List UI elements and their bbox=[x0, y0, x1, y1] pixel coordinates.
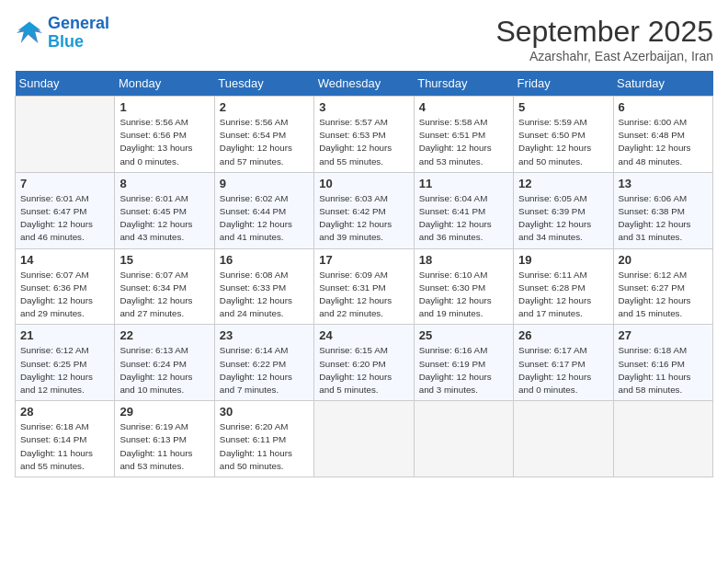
day-info: Sunrise: 6:12 AMSunset: 6:25 PMDaylight:… bbox=[20, 344, 109, 396]
day-number: 11 bbox=[419, 177, 508, 190]
day-cell: 27Sunrise: 6:18 AMSunset: 6:16 PMDayligh… bbox=[613, 325, 712, 401]
day-cell: 11Sunrise: 6:04 AMSunset: 6:41 PMDayligh… bbox=[414, 172, 513, 248]
week-row-5: 28Sunrise: 6:18 AMSunset: 6:14 PMDayligh… bbox=[16, 401, 713, 477]
day-info: Sunrise: 6:09 AMSunset: 6:31 PMDaylight:… bbox=[319, 269, 408, 321]
day-cell bbox=[613, 401, 712, 477]
title-block: September 2025 Azarshahr, East Azerbaija… bbox=[495, 15, 713, 63]
day-info: Sunrise: 5:57 AMSunset: 6:53 PMDaylight:… bbox=[319, 116, 408, 168]
day-cell: 25Sunrise: 6:16 AMSunset: 6:19 PMDayligh… bbox=[414, 325, 513, 401]
day-number: 26 bbox=[518, 328, 608, 342]
day-cell: 13Sunrise: 6:06 AMSunset: 6:38 PMDayligh… bbox=[613, 172, 712, 248]
col-header-tuesday: Tuesday bbox=[214, 71, 313, 97]
month-title: September 2025 bbox=[495, 15, 713, 49]
subtitle: Azarshahr, East Azerbaijan, Iran bbox=[495, 49, 713, 63]
day-number: 3 bbox=[319, 100, 408, 114]
day-cell bbox=[514, 401, 613, 477]
day-cell: 5Sunrise: 5:59 AMSunset: 6:50 PMDaylight… bbox=[514, 97, 613, 173]
day-cell: 15Sunrise: 6:07 AMSunset: 6:34 PMDayligh… bbox=[115, 248, 214, 325]
day-info: Sunrise: 6:06 AMSunset: 6:38 PMDaylight:… bbox=[619, 192, 708, 245]
day-number: 8 bbox=[119, 177, 209, 190]
header-row: SundayMondayTuesdayWednesdayThursdayFrid… bbox=[16, 71, 713, 97]
day-info: Sunrise: 5:56 AMSunset: 6:56 PMDaylight:… bbox=[119, 116, 209, 168]
day-cell: 16Sunrise: 6:08 AMSunset: 6:33 PMDayligh… bbox=[214, 248, 313, 325]
day-cell: 9Sunrise: 6:02 AMSunset: 6:44 PMDaylight… bbox=[214, 172, 313, 248]
week-row-1: 1Sunrise: 5:56 AMSunset: 6:56 PMDaylight… bbox=[16, 97, 713, 173]
day-cell: 2Sunrise: 5:56 AMSunset: 6:54 PMDaylight… bbox=[214, 97, 313, 173]
day-cell: 22Sunrise: 6:13 AMSunset: 6:24 PMDayligh… bbox=[115, 325, 214, 401]
day-info: Sunrise: 6:12 AMSunset: 6:27 PMDaylight:… bbox=[619, 269, 708, 321]
day-info: Sunrise: 6:13 AMSunset: 6:24 PMDaylight:… bbox=[119, 344, 209, 396]
day-cell: 10Sunrise: 6:03 AMSunset: 6:42 PMDayligh… bbox=[314, 172, 414, 248]
day-number: 12 bbox=[518, 177, 608, 190]
day-number: 7 bbox=[20, 177, 109, 190]
col-header-sunday: Sunday bbox=[16, 71, 115, 97]
day-info: Sunrise: 6:10 AMSunset: 6:30 PMDaylight:… bbox=[419, 269, 508, 321]
day-number: 17 bbox=[319, 253, 408, 267]
day-cell: 20Sunrise: 6:12 AMSunset: 6:27 PMDayligh… bbox=[613, 248, 712, 325]
day-info: Sunrise: 6:18 AMSunset: 6:16 PMDaylight:… bbox=[619, 344, 708, 396]
day-info: Sunrise: 6:07 AMSunset: 6:34 PMDaylight:… bbox=[119, 269, 209, 321]
day-info: Sunrise: 6:08 AMSunset: 6:33 PMDaylight:… bbox=[220, 269, 309, 321]
day-cell: 1Sunrise: 5:56 AMSunset: 6:56 PMDaylight… bbox=[115, 97, 214, 173]
day-cell: 17Sunrise: 6:09 AMSunset: 6:31 PMDayligh… bbox=[314, 248, 414, 325]
day-cell: 8Sunrise: 6:01 AMSunset: 6:45 PMDaylight… bbox=[115, 172, 214, 248]
day-info: Sunrise: 5:58 AMSunset: 6:51 PMDaylight:… bbox=[419, 116, 508, 168]
day-number: 1 bbox=[119, 100, 209, 114]
day-cell: 18Sunrise: 6:10 AMSunset: 6:30 PMDayligh… bbox=[414, 248, 513, 325]
day-cell bbox=[16, 97, 115, 173]
day-cell: 30Sunrise: 6:20 AMSunset: 6:11 PMDayligh… bbox=[214, 401, 313, 477]
day-cell: 28Sunrise: 6:18 AMSunset: 6:14 PMDayligh… bbox=[16, 401, 115, 477]
day-cell: 4Sunrise: 5:58 AMSunset: 6:51 PMDaylight… bbox=[414, 97, 513, 173]
day-number: 18 bbox=[419, 253, 508, 267]
day-number: 28 bbox=[20, 405, 109, 419]
col-header-friday: Friday bbox=[514, 71, 613, 97]
day-info: Sunrise: 6:07 AMSunset: 6:36 PMDaylight:… bbox=[20, 269, 109, 321]
day-info: Sunrise: 6:17 AMSunset: 6:17 PMDaylight:… bbox=[518, 344, 608, 396]
logo: General Blue bbox=[15, 15, 109, 52]
col-header-thursday: Thursday bbox=[414, 71, 513, 97]
day-number: 20 bbox=[619, 253, 708, 267]
day-info: Sunrise: 5:56 AMSunset: 6:54 PMDaylight:… bbox=[220, 116, 309, 168]
day-number: 9 bbox=[220, 177, 309, 190]
day-number: 6 bbox=[619, 100, 708, 114]
day-info: Sunrise: 6:02 AMSunset: 6:44 PMDaylight:… bbox=[220, 192, 309, 245]
day-cell bbox=[314, 401, 414, 477]
day-cell bbox=[414, 401, 513, 477]
page-header: General Blue September 2025 Azarshahr, E… bbox=[15, 15, 713, 63]
day-number: 5 bbox=[518, 100, 608, 114]
col-header-wednesday: Wednesday bbox=[314, 71, 414, 97]
day-number: 25 bbox=[419, 328, 508, 342]
day-info: Sunrise: 6:03 AMSunset: 6:42 PMDaylight:… bbox=[319, 192, 408, 245]
day-info: Sunrise: 6:01 AMSunset: 6:47 PMDaylight:… bbox=[20, 192, 109, 245]
day-info: Sunrise: 6:18 AMSunset: 6:14 PMDaylight:… bbox=[20, 420, 109, 473]
day-number: 14 bbox=[20, 253, 109, 267]
calendar-table: SundayMondayTuesdayWednesdayThursdayFrid… bbox=[15, 71, 713, 477]
week-row-3: 14Sunrise: 6:07 AMSunset: 6:36 PMDayligh… bbox=[16, 248, 713, 325]
day-info: Sunrise: 6:00 AMSunset: 6:48 PMDaylight:… bbox=[619, 116, 708, 168]
day-number: 16 bbox=[220, 253, 309, 267]
day-cell: 6Sunrise: 6:00 AMSunset: 6:48 PMDaylight… bbox=[613, 97, 712, 173]
day-info: Sunrise: 6:01 AMSunset: 6:45 PMDaylight:… bbox=[119, 192, 209, 245]
day-info: Sunrise: 6:11 AMSunset: 6:28 PMDaylight:… bbox=[518, 269, 608, 321]
day-info: Sunrise: 5:59 AMSunset: 6:50 PMDaylight:… bbox=[518, 116, 608, 168]
logo-icon bbox=[15, 20, 44, 46]
day-number: 27 bbox=[619, 328, 708, 342]
day-cell: 19Sunrise: 6:11 AMSunset: 6:28 PMDayligh… bbox=[514, 248, 613, 325]
day-number: 23 bbox=[220, 328, 309, 342]
day-cell: 23Sunrise: 6:14 AMSunset: 6:22 PMDayligh… bbox=[214, 325, 313, 401]
day-number: 19 bbox=[518, 253, 608, 267]
day-cell: 3Sunrise: 5:57 AMSunset: 6:53 PMDaylight… bbox=[314, 97, 414, 173]
day-info: Sunrise: 6:19 AMSunset: 6:13 PMDaylight:… bbox=[119, 420, 209, 473]
col-header-monday: Monday bbox=[115, 71, 214, 97]
day-number: 2 bbox=[220, 100, 309, 114]
day-number: 29 bbox=[119, 405, 209, 419]
col-header-saturday: Saturday bbox=[613, 71, 712, 97]
day-info: Sunrise: 6:20 AMSunset: 6:11 PMDaylight:… bbox=[220, 420, 309, 473]
day-cell: 21Sunrise: 6:12 AMSunset: 6:25 PMDayligh… bbox=[16, 325, 115, 401]
day-number: 24 bbox=[319, 328, 408, 342]
day-info: Sunrise: 6:04 AMSunset: 6:41 PMDaylight:… bbox=[419, 192, 508, 245]
day-cell: 7Sunrise: 6:01 AMSunset: 6:47 PMDaylight… bbox=[16, 172, 115, 248]
day-cell: 26Sunrise: 6:17 AMSunset: 6:17 PMDayligh… bbox=[514, 325, 613, 401]
day-info: Sunrise: 6:16 AMSunset: 6:19 PMDaylight:… bbox=[419, 344, 508, 396]
day-cell: 12Sunrise: 6:05 AMSunset: 6:39 PMDayligh… bbox=[514, 172, 613, 248]
